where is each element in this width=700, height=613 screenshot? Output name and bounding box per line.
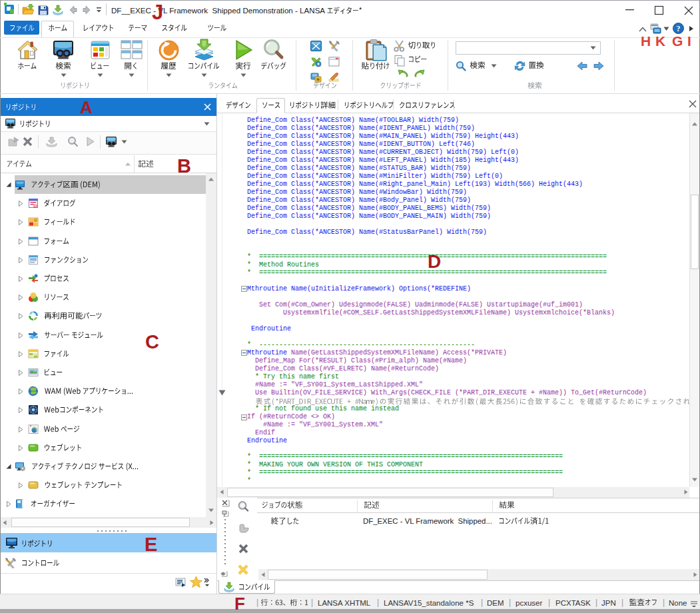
svg-text:?: ? bbox=[677, 24, 681, 33]
